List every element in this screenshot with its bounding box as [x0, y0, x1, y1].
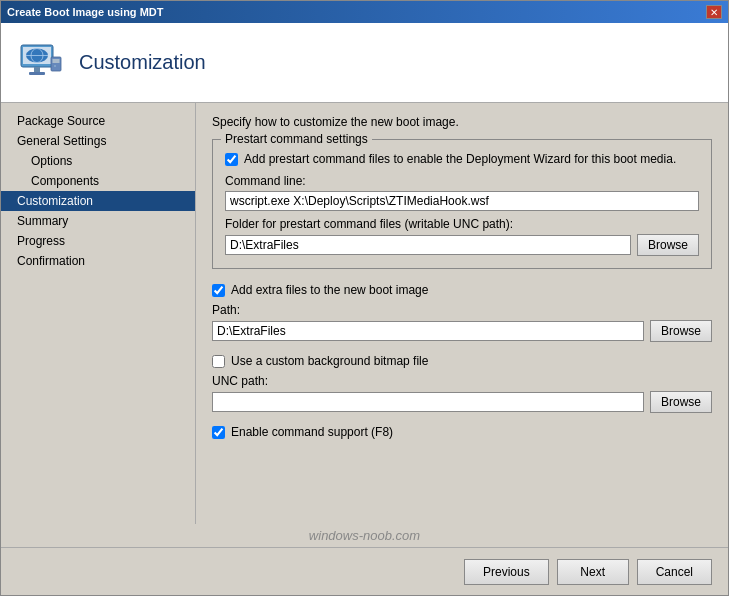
unc-path-label: UNC path:	[212, 374, 712, 388]
main-window: Create Boot Image using MDT ✕	[0, 0, 729, 596]
custom-bg-section: Use a custom background bitmap file UNC …	[212, 354, 712, 413]
watermark-text: windows-noob.com	[309, 528, 420, 543]
prestart-group-label: Prestart command settings	[221, 132, 372, 146]
custom-bg-label[interactable]: Use a custom background bitmap file	[231, 354, 428, 368]
svg-rect-6	[29, 72, 45, 75]
prestart-group: Prestart command settings Add prestart c…	[212, 139, 712, 269]
folder-row: Browse	[225, 234, 699, 256]
f8-section: Enable command support (F8)	[212, 425, 712, 439]
extra-files-label[interactable]: Add extra files to the new boot image	[231, 283, 428, 297]
custom-bg-checkbox[interactable]	[212, 355, 225, 368]
wizard-icon	[17, 39, 65, 87]
folder-label: Folder for prestart command files (writa…	[225, 217, 699, 231]
next-button[interactable]: Next	[557, 559, 629, 585]
cancel-button[interactable]: Cancel	[637, 559, 712, 585]
sidebar-item-components[interactable]: Components	[1, 171, 195, 191]
f8-label[interactable]: Enable command support (F8)	[231, 425, 393, 439]
unc-path-row: Browse	[212, 391, 712, 413]
window-title: Create Boot Image using MDT	[7, 6, 163, 18]
description: Specify how to customize the new boot im…	[212, 115, 712, 129]
main-panel: Specify how to customize the new boot im…	[196, 103, 728, 524]
prestart-checkbox-row: Add prestart command files to enable the…	[225, 152, 699, 166]
svg-rect-5	[34, 67, 40, 72]
sidebar-item-options[interactable]: Options	[1, 151, 195, 171]
browse-button-3[interactable]: Browse	[650, 391, 712, 413]
sidebar: Package Source General Settings Options …	[1, 103, 196, 524]
title-bar: Create Boot Image using MDT ✕	[1, 1, 728, 23]
sidebar-item-progress[interactable]: Progress	[1, 231, 195, 251]
header: Customization	[1, 23, 728, 103]
f8-checkbox[interactable]	[212, 426, 225, 439]
path-row: Browse	[212, 320, 712, 342]
sidebar-item-summary[interactable]: Summary	[1, 211, 195, 231]
extra-files-section: Add extra files to the new boot image Pa…	[212, 283, 712, 342]
folder-input[interactable]	[225, 235, 631, 255]
command-line-row	[225, 191, 699, 211]
svg-rect-8	[53, 59, 60, 63]
custom-bg-checkbox-row: Use a custom background bitmap file	[212, 354, 712, 368]
command-line-input[interactable]	[225, 191, 699, 211]
sidebar-item-customization[interactable]: Customization	[1, 191, 195, 211]
path-input[interactable]	[212, 321, 644, 341]
path-label: Path:	[212, 303, 712, 317]
extra-files-checkbox[interactable]	[212, 284, 225, 297]
watermark-area: windows-noob.com	[1, 524, 728, 547]
svg-point-9	[54, 65, 56, 67]
close-button[interactable]: ✕	[706, 5, 722, 19]
command-line-label: Command line:	[225, 174, 699, 188]
prestart-checkbox-label[interactable]: Add prestart command files to enable the…	[244, 152, 676, 166]
page-title: Customization	[79, 51, 206, 74]
content-area: Package Source General Settings Options …	[1, 103, 728, 524]
previous-button[interactable]: Previous	[464, 559, 549, 585]
sidebar-item-package-source[interactable]: Package Source	[1, 111, 195, 131]
unc-path-input[interactable]	[212, 392, 644, 412]
prestart-checkbox[interactable]	[225, 153, 238, 166]
browse-button-1[interactable]: Browse	[637, 234, 699, 256]
sidebar-item-general-settings[interactable]: General Settings	[1, 131, 195, 151]
f8-checkbox-row: Enable command support (F8)	[212, 425, 712, 439]
browse-button-2[interactable]: Browse	[650, 320, 712, 342]
sidebar-item-confirmation[interactable]: Confirmation	[1, 251, 195, 271]
extra-files-checkbox-row: Add extra files to the new boot image	[212, 283, 712, 297]
footer: Previous Next Cancel	[1, 547, 728, 595]
